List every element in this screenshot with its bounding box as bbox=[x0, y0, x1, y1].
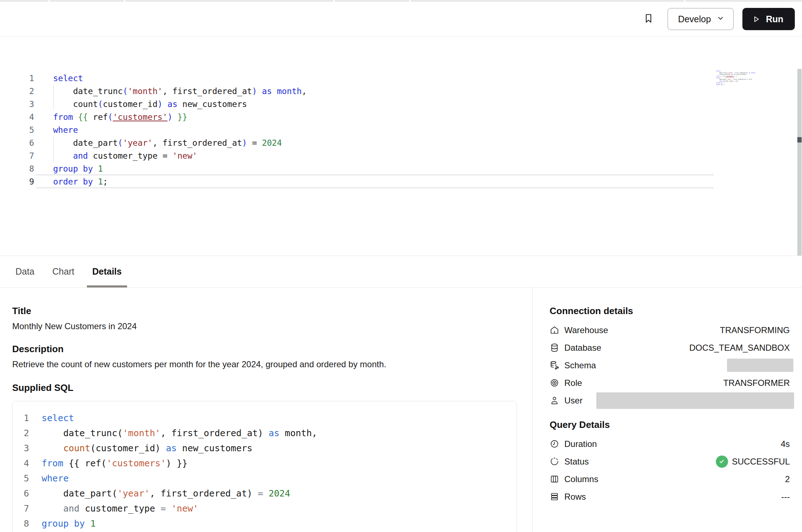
chevron-down-icon bbox=[717, 14, 724, 24]
detail-label: Columns bbox=[564, 474, 598, 484]
editor-line: 5where bbox=[0, 123, 714, 136]
code-token: }} bbox=[177, 112, 187, 122]
connection-details-heading: Connection details bbox=[550, 305, 790, 316]
code-token: ; bbox=[103, 177, 108, 186]
detail-label: Database bbox=[564, 343, 601, 353]
code-token: , first_ordered_at) bbox=[160, 428, 269, 438]
code-token: where bbox=[716, 77, 720, 79]
code-token: select bbox=[42, 413, 74, 423]
tab-chart[interactable]: Chart bbox=[52, 256, 74, 287]
code-token: customer_id bbox=[103, 99, 157, 109]
supplied-sql-line: 1select bbox=[13, 411, 517, 426]
line-number: 7 bbox=[13, 501, 29, 516]
supplied-sql-line: 3 count(customer_id) as new_customers bbox=[13, 441, 517, 456]
code-text: select bbox=[29, 411, 74, 426]
supplied-sql-card: 1select2 date_trunc('month', first_order… bbox=[12, 401, 517, 532]
supplied-sql-line: 6 date_part('year', first_ordered_at) = … bbox=[13, 486, 517, 501]
code-token bbox=[272, 87, 277, 96]
detail-value: SUCCESSFUL bbox=[716, 456, 790, 468]
run-button[interactable]: Run bbox=[742, 8, 795, 30]
code-token: 1 bbox=[723, 82, 724, 84]
title-heading: Title bbox=[12, 305, 518, 316]
code-token bbox=[53, 151, 73, 160]
sql-editor[interactable]: 1select2 date_trunc('month', first_order… bbox=[0, 37, 802, 256]
code-token: select bbox=[53, 74, 83, 83]
rows-icon bbox=[550, 492, 559, 501]
develop-button[interactable]: Develop bbox=[667, 8, 734, 30]
description-heading: Description bbox=[12, 344, 518, 354]
supplied-sql-line: 2 date_trunc('month', first_ordered_at) … bbox=[13, 426, 517, 441]
code-token: ; bbox=[724, 84, 725, 85]
editor-minimap[interactable]: select date_trunc('month', first_ordered… bbox=[716, 70, 754, 85]
detail-value-text: 4s bbox=[781, 439, 790, 449]
line-number: 6 bbox=[13, 486, 29, 501]
code-text: select bbox=[34, 72, 83, 85]
code-token: from bbox=[716, 75, 719, 77]
detail-value: --- bbox=[781, 492, 790, 502]
detail-label: Warehouse bbox=[564, 325, 608, 335]
code-token bbox=[85, 518, 90, 529]
code-token: }} bbox=[736, 75, 737, 77]
editor-line: 2 date_trunc('month', first_ordered_at) … bbox=[0, 85, 714, 98]
detail-value: DOCS_TEAM_SANDBOX bbox=[689, 343, 790, 353]
code-token: customer_type = bbox=[722, 80, 735, 82]
line-number: 3 bbox=[0, 98, 34, 111]
detail-row-columns: Columns2 bbox=[550, 470, 790, 488]
tab-data[interactable]: Data bbox=[15, 256, 34, 287]
line-number: 5 bbox=[0, 123, 34, 136]
editor-line: 8group by 1 bbox=[0, 162, 714, 175]
bookmark-icon bbox=[643, 13, 654, 25]
code-token: customer_type = bbox=[88, 151, 172, 160]
code-token bbox=[172, 112, 177, 122]
detail-label: Duration bbox=[564, 439, 597, 449]
line-number: 2 bbox=[13, 426, 29, 441]
code-token: = bbox=[247, 138, 262, 148]
detail-row-role: RoleTRANSFORMER bbox=[550, 374, 790, 392]
detail-value-text: 2 bbox=[785, 474, 790, 484]
code-token bbox=[73, 112, 78, 122]
bookmark-button[interactable] bbox=[641, 11, 657, 27]
code-token: where bbox=[53, 125, 78, 135]
detail-value-text: TRANSFORMING bbox=[720, 325, 790, 335]
code-token: date_trunc( bbox=[42, 428, 123, 438]
line-number: 7 bbox=[0, 149, 34, 162]
detail-label: Status bbox=[564, 457, 589, 467]
detail-row-rows: Rows--- bbox=[550, 488, 790, 505]
code-token: ( bbox=[123, 87, 128, 96]
code-token: , first_ordered_at bbox=[153, 138, 242, 148]
code-text: date_part('year', first_ordered_at) = 20… bbox=[29, 486, 290, 501]
code-token bbox=[42, 443, 63, 453]
develop-button-label: Develop bbox=[678, 14, 711, 24]
code-text: where bbox=[29, 471, 69, 486]
code-token: count bbox=[53, 99, 98, 109]
play-icon bbox=[752, 15, 761, 24]
code-token: order by bbox=[53, 177, 93, 186]
code-token: ( bbox=[98, 99, 103, 109]
tab-details[interactable]: Details bbox=[92, 256, 122, 287]
code-token: date_trunc bbox=[53, 87, 123, 96]
code-token: (customer_id) bbox=[90, 443, 166, 453]
editor-line: 6 date_part('year', first_ordered_at) = … bbox=[0, 136, 714, 149]
editor-line: 4from {{ ref('customers') }} bbox=[0, 111, 714, 123]
code-text: group by 1 bbox=[34, 162, 103, 175]
code-token bbox=[166, 503, 171, 514]
editor-scrollbar-thumb[interactable] bbox=[797, 137, 802, 143]
detail-row-duration: Duration4s bbox=[550, 435, 790, 453]
code-token: group by bbox=[716, 82, 722, 84]
detail-row-warehouse: WarehouseTRANSFORMING bbox=[550, 321, 790, 339]
code-token bbox=[42, 503, 63, 514]
warehouse-icon bbox=[550, 325, 559, 335]
code-token: group by bbox=[53, 164, 93, 173]
code-token: 'month' bbox=[128, 87, 163, 96]
code-token: date_part bbox=[716, 79, 726, 80]
detail-row-status: StatusSUCCESSFUL bbox=[550, 453, 790, 470]
redacted-value bbox=[727, 359, 793, 372]
code-token: {{ bbox=[78, 112, 88, 122]
editor-line: 7 and customer_type = 'new' bbox=[0, 149, 714, 162]
schema-icon bbox=[550, 360, 559, 370]
code-token: ( bbox=[118, 138, 123, 148]
supplied-sql-heading: Supplied SQL bbox=[12, 382, 518, 393]
code-token: date_part bbox=[53, 138, 118, 148]
code-token: as bbox=[269, 428, 279, 438]
code-text: group by 1 bbox=[29, 516, 96, 531]
